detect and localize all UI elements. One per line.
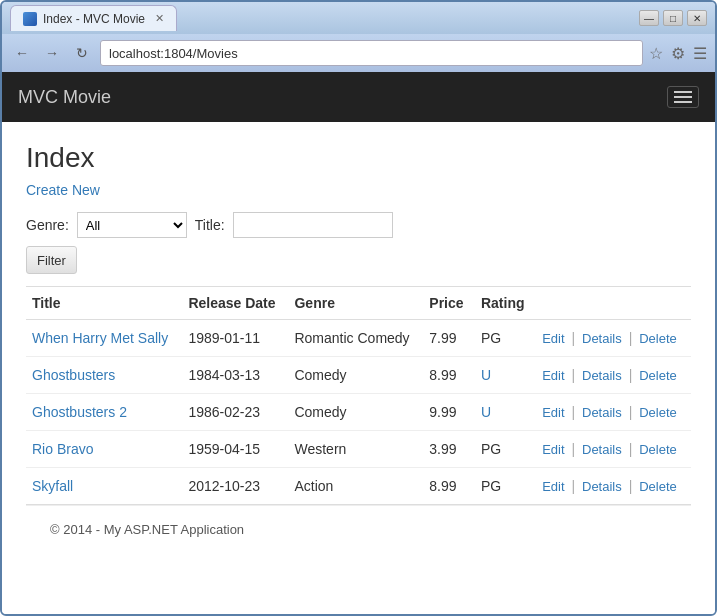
movie-genre: Comedy [288, 394, 423, 431]
create-new-link[interactable]: Create New [26, 182, 100, 198]
action-separator: | [625, 441, 636, 457]
action-separator: | [568, 404, 579, 420]
action-separator: | [568, 441, 579, 457]
movie-genre: Comedy [288, 357, 423, 394]
title-input[interactable] [233, 212, 393, 238]
movie-price: 3.99 [423, 431, 475, 468]
details-link[interactable]: Details [582, 368, 622, 383]
table-row: Ghostbusters 21986-02-23Comedy9.99UEdit … [26, 394, 691, 431]
movie-date: 1984-03-13 [182, 357, 288, 394]
col-header-price: Price [423, 287, 475, 320]
movie-price: 8.99 [423, 468, 475, 505]
col-header-release-date: Release Date [182, 287, 288, 320]
action-separator: | [625, 330, 636, 346]
table-row: Skyfall2012-10-23Action8.99PGEdit | Deta… [26, 468, 691, 505]
details-link[interactable]: Details [582, 405, 622, 420]
browser-icons: ☆ ⚙ ☰ [649, 44, 707, 63]
bookmark-icon[interactable]: ☆ [649, 44, 663, 63]
movie-actions: Edit | Details | Delete [536, 431, 691, 468]
col-header-title: Title [26, 287, 182, 320]
action-separator: | [568, 330, 579, 346]
action-separator: | [625, 478, 636, 494]
navbar-brand: MVC Movie [18, 87, 111, 108]
minimize-button[interactable]: — [639, 10, 659, 26]
movie-rating: PG [475, 468, 536, 505]
movie-rating: U [475, 357, 536, 394]
table-header-row: Title Release Date Genre Price Rating [26, 287, 691, 320]
delete-link[interactable]: Delete [639, 368, 677, 383]
genre-select[interactable]: All Action Comedy Drama Romance Western [77, 212, 187, 238]
toggle-bar-3 [674, 101, 692, 103]
title-label: Title: [195, 217, 225, 233]
movie-rating: U [475, 394, 536, 431]
movie-genre: Romantic Comedy [288, 320, 423, 357]
movie-price: 9.99 [423, 394, 475, 431]
tab-close-button[interactable]: ✕ [155, 12, 164, 25]
table-row: Ghostbusters1984-03-13Comedy8.99UEdit | … [26, 357, 691, 394]
edit-link[interactable]: Edit [542, 331, 564, 346]
edit-link[interactable]: Edit [542, 368, 564, 383]
edit-link[interactable]: Edit [542, 479, 564, 494]
menu-icon[interactable]: ☰ [693, 44, 707, 63]
movie-title-link[interactable]: Skyfall [32, 478, 73, 494]
movie-date: 1959-04-15 [182, 431, 288, 468]
details-link[interactable]: Details [582, 442, 622, 457]
delete-link[interactable]: Delete [639, 405, 677, 420]
tab-favicon [23, 12, 37, 26]
movie-genre: Action [288, 468, 423, 505]
movie-title-link[interactable]: Ghostbusters 2 [32, 404, 127, 420]
col-header-actions [536, 287, 691, 320]
details-link[interactable]: Details [582, 479, 622, 494]
movie-title-link[interactable]: Ghostbusters [32, 367, 115, 383]
navbar-toggle[interactable] [667, 86, 699, 108]
delete-link[interactable]: Delete [639, 479, 677, 494]
toggle-bar-2 [674, 96, 692, 98]
col-header-genre: Genre [288, 287, 423, 320]
movie-price: 7.99 [423, 320, 475, 357]
settings-icon[interactable]: ⚙ [671, 44, 685, 63]
page-title: Index [26, 142, 691, 174]
movie-date: 1989-01-11 [182, 320, 288, 357]
movie-actions: Edit | Details | Delete [536, 320, 691, 357]
movies-table: Title Release Date Genre Price Rating Wh… [26, 286, 691, 505]
browser-window: Index - MVC Movie ✕ — □ ✕ ← → ↻ localhos… [0, 0, 717, 616]
close-button[interactable]: ✕ [687, 10, 707, 26]
delete-link[interactable]: Delete [639, 331, 677, 346]
movie-actions: Edit | Details | Delete [536, 394, 691, 431]
url-text: localhost:1804/Movies [109, 46, 238, 61]
movie-date: 1986-02-23 [182, 394, 288, 431]
url-bar[interactable]: localhost:1804/Movies [100, 40, 643, 66]
filter-button-row: Filter [26, 246, 691, 274]
details-link[interactable]: Details [582, 331, 622, 346]
movie-actions: Edit | Details | Delete [536, 357, 691, 394]
movie-genre: Western [288, 431, 423, 468]
edit-link[interactable]: Edit [542, 405, 564, 420]
table-row: When Harry Met Sally1989-01-11Romantic C… [26, 320, 691, 357]
forward-button[interactable]: → [40, 41, 64, 65]
refresh-button[interactable]: ↻ [70, 41, 94, 65]
browser-tab[interactable]: Index - MVC Movie ✕ [10, 5, 177, 31]
tab-title: Index - MVC Movie [43, 12, 145, 26]
genre-label: Genre: [26, 217, 69, 233]
toggle-bar-1 [674, 91, 692, 93]
footer: © 2014 - My ASP.NET Application [26, 505, 691, 553]
filter-row: Genre: All Action Comedy Drama Romance W… [26, 212, 691, 238]
edit-link[interactable]: Edit [542, 442, 564, 457]
maximize-button[interactable]: □ [663, 10, 683, 26]
window-controls: — □ ✕ [639, 10, 707, 26]
movie-price: 8.99 [423, 357, 475, 394]
movie-title-link[interactable]: Rio Bravo [32, 441, 93, 457]
filter-button[interactable]: Filter [26, 246, 77, 274]
title-bar: Index - MVC Movie ✕ — □ ✕ [2, 2, 715, 34]
movie-rating: PG [475, 320, 536, 357]
delete-link[interactable]: Delete [639, 442, 677, 457]
table-row: Rio Bravo1959-04-15Western3.99PGEdit | D… [26, 431, 691, 468]
navbar: MVC Movie [2, 72, 715, 122]
movie-title-link[interactable]: When Harry Met Sally [32, 330, 168, 346]
footer-text: © 2014 - My ASP.NET Application [50, 522, 244, 537]
movie-actions: Edit | Details | Delete [536, 468, 691, 505]
col-header-rating: Rating [475, 287, 536, 320]
back-button[interactable]: ← [10, 41, 34, 65]
address-bar: ← → ↻ localhost:1804/Movies ☆ ⚙ ☰ [2, 34, 715, 72]
movie-date: 2012-10-23 [182, 468, 288, 505]
